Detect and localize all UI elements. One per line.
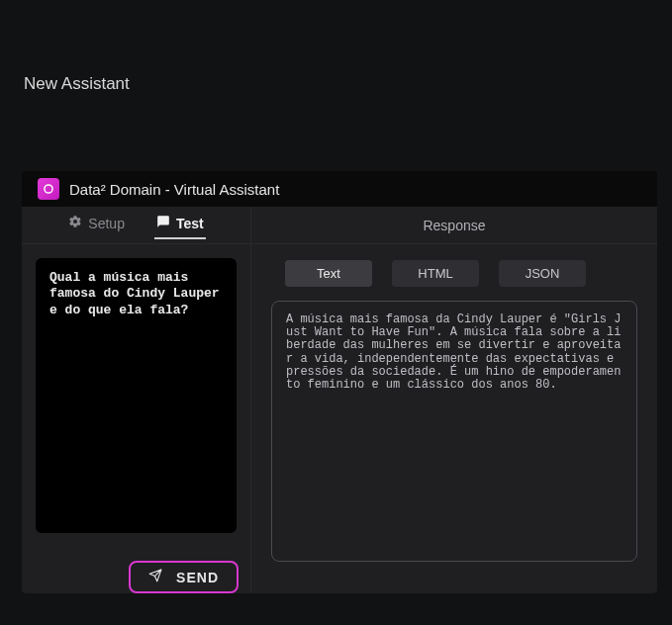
send-label: SEND <box>176 570 219 585</box>
response-output[interactable]: A música mais famosa da Cindy Lauper é "… <box>271 301 637 562</box>
logo-icon <box>38 178 59 200</box>
page-title: New Assistant <box>0 0 672 94</box>
panel-header: Data² Domain - Virtual Assistant <box>22 171 657 207</box>
tab-test[interactable]: Test <box>154 211 206 239</box>
right-column: Response Text HTML JSON A música mais fa… <box>251 207 657 593</box>
svg-point-0 <box>45 185 52 193</box>
response-wrap: A música mais famosa da Cindy Lauper é "… <box>251 287 657 593</box>
format-text-button[interactable]: Text <box>285 260 372 287</box>
left-tabbar: Setup Test <box>22 207 250 244</box>
tab-setup-label: Setup <box>88 216 125 231</box>
send-button[interactable]: SEND <box>129 561 239 593</box>
prompt-input[interactable]: Qual a música mais famosa do Cindy Laupe… <box>36 258 237 533</box>
gear-icon <box>68 215 82 231</box>
format-json-button[interactable]: JSON <box>499 260 586 287</box>
prompt-area: Qual a música mais famosa do Cindy Laupe… <box>22 244 250 551</box>
tab-test-label: Test <box>176 216 204 231</box>
chat-icon <box>156 215 170 231</box>
panel-title: Data² Domain - Virtual Assistant <box>69 181 279 198</box>
panel-body: Setup Test Qual a música mais famosa do … <box>22 207 657 593</box>
left-column: Setup Test Qual a música mais famosa do … <box>22 207 251 593</box>
tab-setup[interactable]: Setup <box>66 211 127 239</box>
assistant-panel: Data² Domain - Virtual Assistant Setup T… <box>22 171 657 593</box>
send-icon <box>148 569 162 585</box>
send-row: SEND <box>22 551 250 593</box>
format-html-button[interactable]: HTML <box>392 260 479 287</box>
format-row: Text HTML JSON <box>251 244 657 287</box>
response-header: Response <box>251 207 657 244</box>
